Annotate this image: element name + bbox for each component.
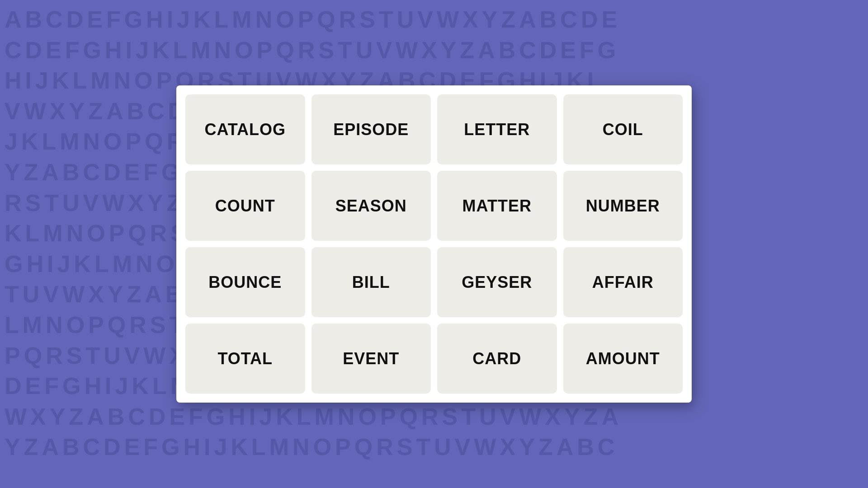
word-card-event[interactable]: EVENT (311, 324, 431, 394)
word-grid: CATALOGEPISODELETTERCOILCOUNTSEASONMATTE… (185, 94, 683, 394)
word-card-geyser[interactable]: GEYSER (437, 247, 557, 317)
word-grid-panel: CATALOGEPISODELETTERCOILCOUNTSEASONMATTE… (176, 85, 692, 403)
word-card-episode[interactable]: EPISODE (311, 94, 431, 164)
word-card-total[interactable]: TOTAL (185, 324, 305, 394)
word-card-count[interactable]: COUNT (185, 171, 305, 241)
word-label: EVENT (343, 349, 399, 368)
word-card-matter[interactable]: MATTER (437, 171, 557, 241)
word-label: TOTAL (217, 349, 273, 368)
word-label: AFFAIR (592, 273, 654, 292)
word-card-season[interactable]: SEASON (311, 171, 431, 241)
word-label: EPISODE (333, 120, 409, 139)
word-label: COIL (603, 120, 643, 139)
word-label: NUMBER (586, 197, 660, 216)
word-label: BILL (352, 273, 390, 292)
word-label: SEASON (335, 197, 407, 216)
word-card-coil[interactable]: COIL (563, 94, 683, 164)
word-card-bounce[interactable]: BOUNCE (185, 247, 305, 317)
word-label: LETTER (464, 120, 530, 139)
word-label: BOUNCE (208, 273, 282, 292)
word-label: CARD (472, 349, 521, 368)
word-card-bill[interactable]: BILL (311, 247, 431, 317)
word-card-letter[interactable]: LETTER (437, 94, 557, 164)
word-label: AMOUNT (586, 349, 660, 368)
word-card-card[interactable]: CARD (437, 324, 557, 394)
word-card-number[interactable]: NUMBER (563, 171, 683, 241)
word-card-catalog[interactable]: CATALOG (185, 94, 305, 164)
word-label: MATTER (462, 197, 532, 216)
word-card-amount[interactable]: AMOUNT (563, 324, 683, 394)
word-label: GEYSER (462, 273, 532, 292)
word-label: CATALOG (204, 120, 286, 139)
word-card-affair[interactable]: AFFAIR (563, 247, 683, 317)
word-label: COUNT (215, 197, 275, 216)
